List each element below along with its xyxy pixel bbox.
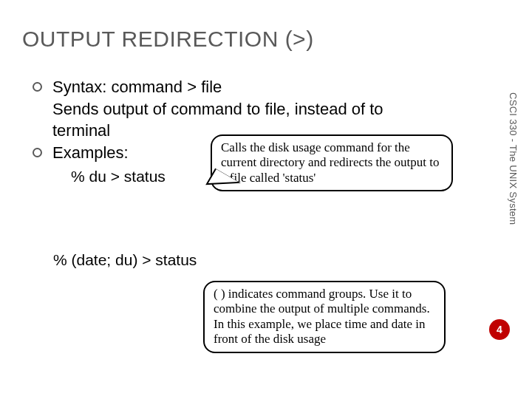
syntax-desc-line1: Sends output of command to file, instead… [52, 99, 446, 120]
bullet-icon [33, 82, 42, 92]
page-number: 4 [497, 324, 502, 335]
bullet-icon [33, 148, 42, 157]
syntax-text: Syntax: command > file [52, 77, 222, 98]
side-label: CSCI 330 - The UNIX System [508, 92, 519, 225]
callout-1: Calls the disk usage command for the cur… [211, 134, 453, 191]
page-number-badge: 4 [489, 319, 510, 340]
slide-title: OUTPUT REDIRECTION (>) [22, 27, 314, 52]
callout-2: ( ) indicates command groups. Use it to … [203, 281, 446, 353]
bullet-syntax: Syntax: command > file [33, 77, 446, 98]
examples-label: Examples: [52, 143, 129, 163]
example-2: % (date; du) > status [53, 251, 197, 269]
